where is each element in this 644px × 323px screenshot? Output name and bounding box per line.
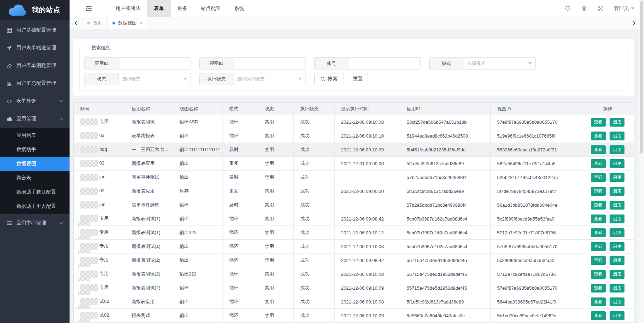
redacted-text bbox=[80, 312, 98, 319]
cell-actions: 查看 启用 bbox=[581, 226, 634, 240]
enable-button[interactable]: 启用 bbox=[610, 159, 624, 168]
view-button[interactable]: 查看 bbox=[591, 297, 606, 306]
topnav-users-teams[interactable]: 用户和团队 bbox=[109, 0, 147, 17]
refresh-icon[interactable] bbox=[565, 5, 571, 11]
sidebar-item-label: 用户表单消耗管理 bbox=[16, 62, 56, 69]
enable-button[interactable]: 启用 bbox=[610, 270, 624, 279]
brand[interactable]: 我的站点 bbox=[0, 0, 70, 20]
sidebar-subitem-data-assistant[interactable]: 数据助手 bbox=[0, 143, 70, 157]
account-input[interactable] bbox=[348, 57, 421, 69]
sidebar-item-user-base-config[interactable]: 用户基础配置管理 bbox=[0, 21, 70, 39]
enable-button[interactable]: 启用 bbox=[610, 228, 624, 237]
search-panel: 搜索信息 应用ID 视图ID 账号 模式 bbox=[73, 39, 634, 96]
view-id-input[interactable] bbox=[233, 57, 306, 69]
cell-view-name: 输出222 bbox=[173, 226, 223, 240]
enable-button[interactable]: 启用 bbox=[610, 311, 624, 320]
cell-app-name: 新报表测试(2) bbox=[125, 267, 173, 281]
cell-status: 禁用 bbox=[258, 226, 294, 240]
table-row: 专用 新报表测试(2) 输出 循环 禁用 成功 2021-12-06 09:10… bbox=[74, 281, 634, 295]
view-button[interactable]: 查看 bbox=[591, 270, 606, 279]
enable-button[interactable]: 启用 bbox=[610, 256, 624, 265]
enable-button[interactable]: 启用 bbox=[610, 145, 624, 154]
admin-user-menu[interactable]: 管理员 bbox=[614, 5, 634, 12]
sidebar-item-app-center-management[interactable]: 应用中心管理 bbox=[0, 214, 70, 232]
field-label: 视图ID bbox=[199, 57, 233, 69]
status-select[interactable]: 选择状态 bbox=[118, 73, 191, 85]
enable-button[interactable]: 启用 bbox=[610, 284, 624, 293]
view-button[interactable]: 查看 bbox=[591, 145, 606, 154]
view-button[interactable]: 查看 bbox=[591, 173, 606, 182]
search-field-app-id: 应用ID bbox=[84, 57, 191, 69]
sidebar-item-app-management[interactable]: 应用管理 bbox=[0, 110, 70, 128]
exec-status-select[interactable]: 选择执行状态 bbox=[233, 73, 306, 85]
fullscreen-icon[interactable] bbox=[598, 6, 603, 11]
table-row: 专用 新报表测试(2) 输出222 循环 禁用 成功 2021-12-06 09… bbox=[74, 267, 634, 281]
cell-exec-status: 成功 bbox=[294, 226, 335, 240]
view-button[interactable]: 查看 bbox=[591, 228, 606, 237]
sidebar-subitem-data-view[interactable]: 数据视图 bbox=[0, 157, 70, 171]
view-button[interactable]: 查看 bbox=[591, 284, 606, 293]
topnav-finance[interactable]: 财务 bbox=[171, 0, 194, 17]
topnav-forms[interactable]: 表单 bbox=[147, 0, 171, 17]
account-suffix: 试02 bbox=[99, 299, 109, 304]
enable-button[interactable]: 启用 bbox=[610, 118, 624, 127]
collapse-sidebar-icon[interactable] bbox=[86, 6, 92, 11]
vertical-scrollbar[interactable] bbox=[639, 0, 644, 323]
sidebar-item-form-external-link[interactable]: 表单外链 bbox=[0, 92, 70, 110]
view-button[interactable]: 查看 bbox=[591, 132, 606, 140]
search-button[interactable]: 搜索 bbox=[314, 73, 343, 85]
view-button[interactable]: 查看 bbox=[591, 187, 606, 196]
search-fieldset: 搜索信息 应用ID 视图ID 账号 模式 bbox=[79, 45, 628, 90]
enable-button[interactable]: 启用 bbox=[610, 132, 624, 140]
enable-button[interactable]: 启用 bbox=[610, 201, 624, 210]
cell-app-name: 新报表测试(1) bbox=[125, 240, 173, 254]
open-tabs-bar: 首页 数据视图 × bbox=[70, 17, 639, 29]
sidebar-item-user-form-gift[interactable]: 用户表单赠送管理 bbox=[0, 39, 70, 57]
tab-home[interactable]: 首页 bbox=[82, 17, 108, 29]
sidebar-subitem-assistant-default-config[interactable]: 数据助手默认配置 bbox=[0, 185, 70, 199]
enable-button[interactable]: 启用 bbox=[610, 215, 624, 223]
enable-button[interactable]: 启用 bbox=[610, 242, 624, 251]
search-field-status: 状态 选择状态 bbox=[84, 73, 191, 85]
view-button[interactable]: 查看 bbox=[591, 118, 606, 127]
tabs-scroll-left-button[interactable] bbox=[70, 17, 82, 29]
redacted-text bbox=[80, 174, 98, 181]
tab-data-view[interactable]: 数据视图 × bbox=[108, 17, 148, 29]
close-icon[interactable]: × bbox=[140, 21, 143, 26]
enable-button[interactable]: 启用 bbox=[610, 173, 624, 182]
view-button[interactable]: 查看 bbox=[591, 311, 606, 320]
tabs-scroll-right-button[interactable] bbox=[629, 17, 639, 29]
search-icon bbox=[320, 77, 325, 82]
scrollbar-thumb[interactable] bbox=[640, 1, 643, 154]
account-suffix: 专用 bbox=[99, 119, 109, 124]
chevron-down-icon bbox=[631, 7, 634, 10]
sidebar-subitem-app-list[interactable]: 应用列表 bbox=[0, 128, 70, 143]
main-content: 搜索信息 应用ID 视图ID 账号 模式 bbox=[70, 29, 639, 323]
table-row: jun 表单事件测试 输出 及时 禁用 成功 57b2a5dbdd71bc3e4… bbox=[74, 171, 634, 184]
eraser-icon bbox=[6, 63, 12, 69]
view-button[interactable]: 查看 bbox=[591, 256, 606, 265]
enable-button[interactable]: 启用 bbox=[610, 297, 624, 306]
view-button[interactable]: 查看 bbox=[591, 201, 606, 210]
cell-actions: 查看 启用 bbox=[581, 267, 634, 281]
sidebar-subitem-aggregate-table[interactable]: 聚合表 bbox=[0, 171, 70, 185]
sidebar-item-user-summary-config[interactable]: 用户汇总配置管理 bbox=[0, 74, 70, 92]
sidebar-item-user-form-consume[interactable]: 用户表单消耗管理 bbox=[0, 57, 70, 74]
topnav-site-config[interactable]: 站点配置 bbox=[194, 0, 227, 17]
cell-status: 禁用 bbox=[258, 157, 294, 171]
view-button[interactable]: 查看 bbox=[591, 159, 606, 168]
reset-button[interactable]: 重置 bbox=[348, 73, 368, 85]
search-field-account: 账号 bbox=[314, 57, 421, 69]
table-row: jun 表单事件测试 输出 及时 禁用 成功 57b2a5dbdd71bc3e4… bbox=[74, 198, 634, 212]
view-button[interactable]: 查看 bbox=[591, 242, 606, 251]
trash-icon[interactable] bbox=[581, 6, 587, 11]
app-id-input[interactable] bbox=[118, 57, 191, 69]
view-button[interactable]: 查看 bbox=[591, 215, 606, 223]
sidebar-subitem-assistant-personal-config[interactable]: 数据助手个人配置 bbox=[0, 199, 70, 213]
mode-select[interactable]: 选择模式 bbox=[463, 57, 536, 69]
reset-button-label: 重置 bbox=[353, 76, 363, 82]
topnav-system[interactable]: 系统 bbox=[227, 0, 251, 17]
enable-button[interactable]: 启用 bbox=[610, 187, 624, 196]
cell-app-name: 新报表测试(1) bbox=[125, 226, 173, 240]
cell-view-id: 5f7de789784545873ea279f7 bbox=[491, 184, 581, 198]
